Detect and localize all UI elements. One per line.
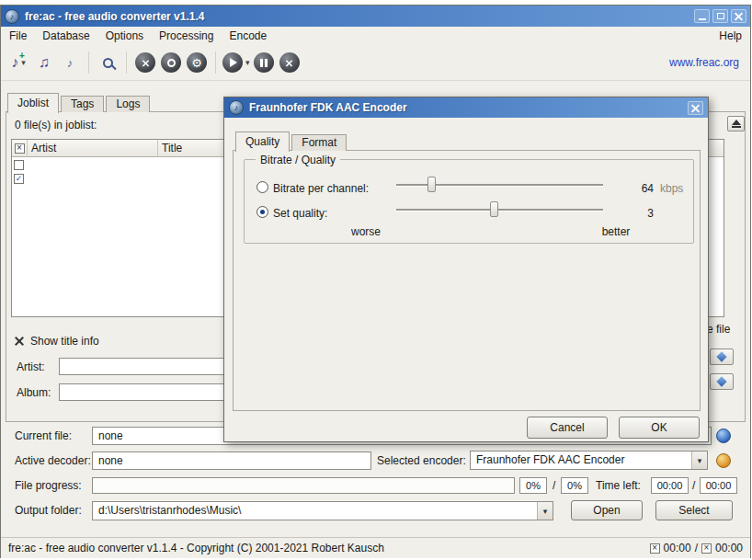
close-icon xyxy=(691,104,700,112)
statusbar: fre:ac - free audio converter v1.1.4 - C… xyxy=(1,537,750,558)
bitrate-label[interactable]: Bitrate per channel: xyxy=(273,182,369,195)
maximize-button[interactable] xyxy=(712,9,728,23)
start-dropdown-arrow-icon[interactable]: ▾ xyxy=(245,58,250,67)
quality-label[interactable]: Set quality: xyxy=(273,207,327,220)
active-decoder-label: Active decoder: xyxy=(15,454,91,467)
joblist-count-label: 0 file(s) in joblist: xyxy=(15,119,97,131)
magnifier-icon xyxy=(103,58,113,68)
dropdown-button[interactable]: ▾ xyxy=(691,451,707,469)
minimize-button[interactable] xyxy=(694,9,710,23)
eject-icon-bar xyxy=(732,126,741,128)
window-title: fre:ac - free audio converter v1.1.4 xyxy=(25,10,204,23)
menu-processing[interactable]: Processing xyxy=(159,29,213,42)
artist-label: Artist: xyxy=(17,360,45,373)
output-folder-dropdown[interactable]: d:\Users\tristanrhodes\Music\ ▾ xyxy=(92,501,553,520)
x-icon xyxy=(286,59,292,65)
add-files-button[interactable]: ♪ + ▾ xyxy=(6,49,30,76)
menu-file[interactable]: File xyxy=(9,29,27,42)
settings-button[interactable]: ⚙ xyxy=(185,49,209,76)
select-all-checkbox[interactable] xyxy=(12,140,28,157)
bitrate-slider[interactable] xyxy=(396,177,603,193)
slider-thumb[interactable] xyxy=(490,201,498,217)
website-link[interactable]: www.freac.org xyxy=(669,56,745,69)
album-label: Album: xyxy=(17,386,51,399)
edit-icon xyxy=(716,351,726,361)
maximize-icon xyxy=(717,13,724,19)
column-artist[interactable]: Artist xyxy=(28,140,158,157)
app-icon: ♪ xyxy=(5,9,19,24)
statusbar-text: fre:ac - free audio converter v1.1.4 - C… xyxy=(8,542,650,554)
open-button[interactable]: Open xyxy=(571,500,643,520)
time-a-icon[interactable] xyxy=(650,543,660,554)
add-file-icon: ♪ xyxy=(11,55,18,70)
worse-label: worse xyxy=(338,225,393,238)
remove-entry-button[interactable]: ♪ xyxy=(58,49,82,76)
dialog-tab-format[interactable]: Format xyxy=(291,134,347,151)
dialog-title: Fraunhofer FDK AAC Encoder xyxy=(249,101,407,114)
chevron-down-icon: ▾ xyxy=(543,507,548,516)
row-checkbox-checked[interactable] xyxy=(14,174,24,184)
time-total-box: 00:00 xyxy=(700,477,737,494)
statusbar-time-b: 00:00 xyxy=(715,542,743,554)
add-cd-tracks-button[interactable]: ♫ xyxy=(32,49,56,76)
quality-slider[interactable] xyxy=(396,201,603,218)
selected-encoder-dropdown[interactable]: Fraunhofer FDK AAC Encoder ▾ xyxy=(470,451,708,470)
dropdown-button[interactable]: ▾ xyxy=(537,502,553,520)
dialog-icon-note: ♪ xyxy=(234,103,239,112)
toolbar-separator xyxy=(88,51,89,74)
output-folder-label: Output folder: xyxy=(15,504,82,517)
dialog-close-button[interactable] xyxy=(688,101,703,115)
close-button[interactable] xyxy=(731,9,746,23)
tab-logs[interactable]: Logs xyxy=(106,96,150,112)
menu-help[interactable]: Help xyxy=(719,29,742,42)
select-button[interactable]: Select xyxy=(655,500,733,520)
output-folder-value: d:\Users\tristanrhodes\Music\ xyxy=(93,502,537,520)
file-progress-bar xyxy=(92,477,515,494)
file-progress-label: File progress: xyxy=(15,479,82,492)
title-field-side-button[interactable] xyxy=(710,349,734,365)
menu-options[interactable]: Options xyxy=(106,29,143,42)
stop-encoding-button[interactable] xyxy=(278,49,302,76)
cancel-button[interactable]: Cancel xyxy=(527,417,608,439)
tab-tags[interactable]: Tags xyxy=(61,96,104,112)
genre-field-side-button[interactable] xyxy=(710,373,734,390)
remove-entry-icon: ♪ xyxy=(67,57,74,69)
tab-joblist[interactable]: Joblist xyxy=(7,93,59,113)
row-checkbox-unchecked[interactable] xyxy=(14,160,24,170)
main-tabs: Joblist Tags Logs xyxy=(7,92,152,112)
info-ball-icon[interactable] xyxy=(716,429,731,443)
dialog-tab-quality[interactable]: Quality xyxy=(235,131,290,152)
clipped-file-label: e file xyxy=(707,323,730,336)
eject-button[interactable] xyxy=(727,116,745,131)
bitrate-value: 64 xyxy=(626,182,654,195)
bitrate-radio[interactable] xyxy=(256,181,268,193)
eject-icon xyxy=(732,120,741,125)
checkbox-x-icon xyxy=(15,143,25,154)
start-encoding-button[interactable]: ▾ xyxy=(222,49,250,76)
time-left-label: Time left: xyxy=(596,479,641,492)
cddb-submit-button[interactable] xyxy=(159,49,183,76)
screen: ♪ fre:ac - free audio converter v1.1.4 F… xyxy=(0,0,752,560)
menubar: File Database Options Processing Encode … xyxy=(1,27,750,45)
menu-database[interactable]: Database xyxy=(42,29,89,42)
status-ball-icon[interactable] xyxy=(716,453,731,468)
progress-percent-right: 0% xyxy=(561,477,588,494)
dialog-titlebar[interactable]: ♪ Fraunhofer FDK AAC Encoder xyxy=(224,97,708,118)
menu-encode[interactable]: Encode xyxy=(229,29,267,42)
titlebar[interactable]: ♪ fre:ac - free audio converter v1.1.4 xyxy=(1,6,750,27)
time-b-icon[interactable] xyxy=(701,543,712,554)
globe-icon xyxy=(161,52,181,73)
gear-glyph: ⚙ xyxy=(191,57,202,69)
pause-encoding-button[interactable] xyxy=(252,49,276,76)
selected-encoder-value: Fraunhofer FDK AAC Encoder xyxy=(471,451,691,469)
close-icon xyxy=(735,12,743,20)
show-title-info-toggle[interactable]: Show title info xyxy=(15,335,99,348)
cddb-cancel-button[interactable] xyxy=(133,49,157,76)
ok-button[interactable]: OK xyxy=(619,417,700,439)
cddb-query-button[interactable] xyxy=(96,49,120,76)
chevron-down-icon: ▾ xyxy=(698,456,702,465)
quality-radio[interactable] xyxy=(256,206,268,218)
time-left-value: 00:00 xyxy=(657,480,683,491)
slider-thumb[interactable] xyxy=(427,177,436,192)
encoder-dialog: ♪ Fraunhofer FDK AAC Encoder Quality For… xyxy=(223,97,709,442)
